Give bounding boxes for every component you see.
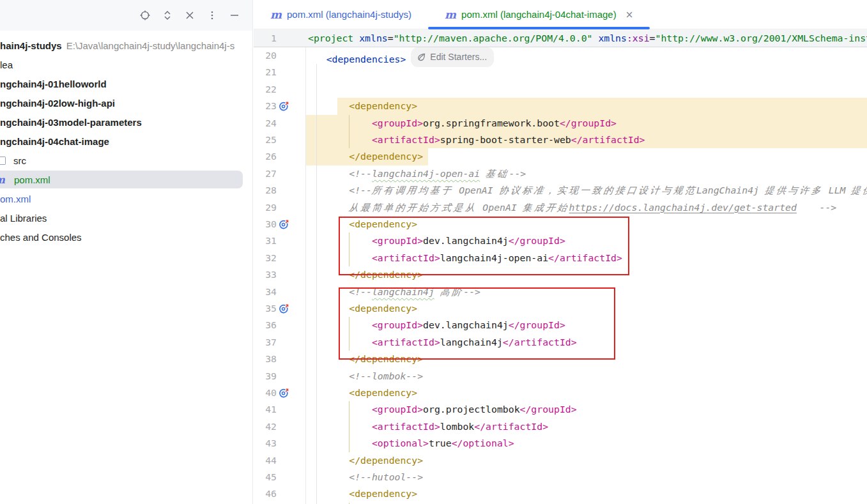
maven-update-gutter-icon[interactable]: [279, 101, 289, 112]
tree-item-hain4j-studys[interactable]: hain4j-studysE:\Java\langchain4j-study\l…: [0, 36, 252, 55]
line-number[interactable]: 21: [254, 64, 277, 80]
code-line-45[interactable]: 45 <!--hutool-->: [254, 469, 867, 485]
code-line-29[interactable]: 29 从最简单的开始方式是从 OpenAI 集成开始https://docs.l…: [254, 199, 867, 216]
tree-item-label: ches and Consoles: [0, 232, 82, 243]
code-text: <optional>true</optional>: [303, 435, 514, 452]
code-line-41[interactable]: 41 <groupId>org.projectlombok</groupId>: [254, 401, 867, 418]
tree-item-label: ngchain4j-03model-parameters: [0, 117, 142, 128]
code-text: <!--所有调用均基于 OpenAI 协议标准，实现一致的接口设计与规范Lang…: [303, 182, 867, 199]
tree-item-lea[interactable]: lea: [0, 55, 252, 74]
editor-tab-1[interactable]: mpom.xml (langchain4j-studys): [254, 0, 428, 29]
annotation-box-2: [339, 287, 615, 360]
line-number[interactable]: 25: [254, 132, 277, 148]
collapse-all-icon[interactable]: [183, 9, 196, 22]
maven-update-gutter-icon[interactable]: [279, 303, 289, 314]
tree-item-ngchain4j-01helloworld[interactable]: ngchain4j-01helloworld: [0, 74, 252, 93]
line-number[interactable]: 32: [254, 250, 277, 266]
code-line-26[interactable]: 26 </dependency>: [254, 148, 867, 165]
project-panel: hain4j-studysE:\Java\langchain4j-study\l…: [0, 0, 253, 504]
line-number[interactable]: 37: [254, 334, 277, 351]
inlay-label: Edit Starters...: [430, 49, 487, 65]
line-number[interactable]: 40: [254, 385, 277, 401]
line-number[interactable]: 23: [254, 98, 277, 114]
tree-item-ngchain4j-04chat-image[interactable]: ngchain4j-04chat-image: [0, 132, 252, 151]
line-number[interactable]: 35: [254, 300, 277, 317]
line-number[interactable]: 29: [254, 199, 277, 216]
code-area[interactable]: 20 <dependencies>Edit Starters...212223 …: [254, 29, 867, 504]
code-text: <groupId>org.projectlombok</groupId>: [303, 401, 577, 418]
code-text: 从最简单的开始方式是从 OpenAI 集成开始https://docs.lang…: [303, 199, 836, 216]
line-number[interactable]: 22: [254, 81, 277, 98]
line-number[interactable]: 38: [254, 351, 277, 367]
code-line-24[interactable]: 24 <groupId>org.springframework.boot</gr…: [254, 115, 867, 132]
ide-window: hain4j-studysE:\Java\langchain4j-study\l…: [0, 0, 867, 504]
hide-icon[interactable]: [228, 9, 241, 22]
editor-area: mpom.xml (langchain4j-studys)mpom.xml (l…: [254, 0, 867, 504]
annotation-box-1: [339, 217, 629, 275]
line-number[interactable]: 24: [254, 115, 277, 132]
more-icon[interactable]: [206, 9, 219, 22]
tree-item-label: ngchain4j-02low-high-api: [0, 98, 115, 109]
line-number[interactable]: 42: [254, 418, 277, 435]
maven-update-gutter-icon[interactable]: [279, 388, 289, 399]
code-line-22[interactable]: 22: [254, 81, 867, 98]
tree-item-ngchain4j-02low-high-api[interactable]: ngchain4j-02low-high-api: [0, 93, 252, 112]
line-number[interactable]: 39: [254, 368, 277, 385]
tree-item-label: ngchain4j-01helloworld: [0, 79, 107, 89]
line-number[interactable]: 27: [254, 165, 277, 182]
tree-item-label: al Libraries: [0, 213, 47, 224]
maven-icon: m: [270, 8, 282, 21]
code-line-21[interactable]: 21: [254, 64, 867, 80]
maven-update-gutter-icon[interactable]: [279, 219, 289, 230]
code-line-43[interactable]: 43 <optional>true</optional>: [254, 435, 867, 452]
code-line-40[interactable]: 40 <dependency>: [254, 385, 867, 401]
tree-item-label: src: [13, 155, 26, 166]
code-text: </dependency>: [303, 452, 423, 469]
code-line-28[interactable]: 28 <!--所有调用均基于 OpenAI 协议标准，实现一致的接口设计与规范L…: [254, 182, 867, 199]
line-number[interactable]: 31: [254, 233, 277, 249]
tree-item-label: ngchain4j-04chat-image: [0, 136, 109, 147]
tree-item-ngchain4j-03model-parameters[interactable]: ngchain4j-03model-parameters: [0, 112, 252, 132]
line-number[interactable]: 45: [254, 469, 277, 485]
close-icon[interactable]: ×: [625, 9, 634, 20]
line-number[interactable]: 30: [254, 216, 277, 233]
code-text: <groupId>org.springframework.boot</group…: [303, 115, 617, 132]
code-line-20[interactable]: 20 <dependencies>Edit Starters...: [254, 47, 867, 64]
editor-tab-2[interactable]: mpom.xml (langchain4j-04chat-image)×: [428, 0, 650, 29]
tree-item-label: lea: [0, 59, 13, 70]
tree-item-pom-xml[interactable]: mpom.xml: [0, 170, 252, 189]
line-number[interactable]: 36: [254, 317, 277, 333]
code-text: <!--langchain4j-open-ai 基础-->: [303, 165, 526, 182]
tree-item-al-libraries[interactable]: al Libraries: [0, 208, 252, 227]
code-line-39[interactable]: 39 <!--lombok-->: [254, 368, 867, 385]
sticky-line[interactable]: 1<project xmlns="http://maven.apache.org…: [254, 29, 867, 47]
line-number[interactable]: 46: [254, 485, 277, 502]
code-line-42[interactable]: 42 <artifactId>lombok</artifactId>: [254, 418, 867, 435]
line-number[interactable]: 41: [254, 401, 277, 418]
line-number[interactable]: 34: [254, 284, 277, 300]
line-number[interactable]: 28: [254, 182, 277, 199]
project-toolbar: [0, 0, 252, 31]
line-number[interactable]: 20: [254, 47, 277, 64]
tree-item-src[interactable]: src: [0, 151, 252, 170]
line-number[interactable]: 44: [254, 452, 277, 469]
code-line-46[interactable]: 46 <dependency>: [254, 485, 867, 502]
expand-icon[interactable]: [161, 9, 174, 22]
project-tree: hain4j-studysE:\Java\langchain4j-study\l…: [0, 31, 252, 247]
code-line-25[interactable]: 25 <artifactId>spring-boot-starter-web</…: [254, 132, 867, 148]
code-line-44[interactable]: 44 </dependency>: [254, 452, 867, 469]
code-line-23[interactable]: 23 <dependency>: [254, 98, 867, 114]
line-number[interactable]: 26: [254, 148, 277, 165]
tree-item-om-xml[interactable]: om.xml: [0, 189, 252, 208]
code-line-27[interactable]: 27 <!--langchain4j-open-ai 基础-->: [254, 165, 867, 182]
tree-item-ches-and-consoles[interactable]: ches and Consoles: [0, 227, 252, 247]
tab-title: pom.xml (langchain4j-04chat-image): [461, 9, 617, 20]
project-path: E:\Java\langchain4j-study\langchain4j-s: [66, 40, 235, 51]
line-number[interactable]: 33: [254, 266, 277, 283]
locate-icon[interactable]: [139, 9, 151, 22]
code-text: </dependency>: [303, 148, 423, 165]
code-text: <dependency>: [303, 485, 417, 502]
line-number[interactable]: 43: [254, 435, 277, 452]
maven-icon: m: [0, 174, 5, 186]
editor-tabs: mpom.xml (langchain4j-studys)mpom.xml (l…: [254, 0, 867, 29]
